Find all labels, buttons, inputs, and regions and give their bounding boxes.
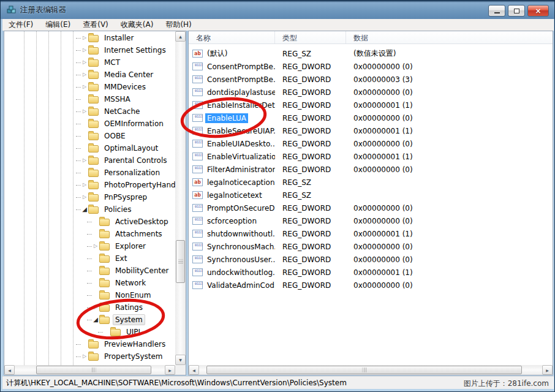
tree-item-label[interactable]: MobilityCenter [113, 265, 172, 276]
tree-vscroll-thumb[interactable] [176, 240, 185, 283]
registry-value-row-PromptOnSecureD...[interactable]: 011110 PromptOnSecureD... REG_DWORD 0x00… [189, 202, 553, 214]
registry-value-row-SynchronousMach...[interactable]: 011110 SynchronousMach... REG_DWORD 0x00… [189, 240, 553, 253]
tree-item-label[interactable]: MCT [102, 57, 123, 68]
expand-icon[interactable]: ▷ [81, 108, 88, 115]
registry-value-row-EnableVirtualization[interactable]: 011110 EnableVirtualization REG_DWORD 0x… [189, 150, 553, 163]
tree-item-OOBE[interactable]: OOBE [4, 130, 175, 142]
value-name-cell[interactable]: ab (默认) [189, 48, 275, 59]
tree-item-PreviewHandlers[interactable]: PreviewHandlers [4, 338, 175, 350]
value-name-cell[interactable]: 011110 undockwithoutlog... [189, 268, 275, 277]
tree-item-label[interactable]: NetCache [102, 106, 142, 117]
expand-icon[interactable]: ▷ [81, 59, 88, 66]
registry-value-row-FilterAdministrator...[interactable]: 011110 FilterAdministrator... REG_DWORD … [189, 163, 553, 176]
tree-item-label[interactable]: OOBE [102, 130, 128, 141]
tree-item-label[interactable]: System [113, 314, 145, 325]
value-name-cell[interactable]: 011110 EnableLUA [189, 113, 275, 123]
close-button[interactable]: × [527, 5, 549, 17]
tree-item-Parental Controls[interactable]: ▷ Parental Controls [4, 154, 175, 167]
tree-item-NonEnum[interactable]: NonEnum [4, 289, 175, 301]
expand-icon[interactable]: ▷ [81, 353, 88, 360]
registry-value-row-ConsentPromptBe...[interactable]: 011110 ConsentPromptBe... REG_DWORD 0x00… [189, 60, 553, 73]
tree-item-label[interactable]: Internet Settings [102, 45, 168, 56]
menu-item-2[interactable]: 查看(V) [77, 19, 115, 31]
value-name[interactable]: EnableLUA [205, 113, 248, 123]
tree-item-Ratings[interactable]: ▷ Ratings [4, 301, 175, 314]
tree-item-label[interactable]: Ext [113, 253, 129, 264]
tree-item-Media Center[interactable]: ▷ Media Center [4, 69, 175, 81]
value-name[interactable]: PromptOnSecureD... [205, 203, 275, 213]
tree-item-label[interactable]: ActiveDesktop [113, 216, 171, 227]
column-header-name[interactable]: 名称 [189, 31, 275, 43]
value-name-cell[interactable]: 011110 ConsentPromptBe... [189, 75, 275, 85]
value-name[interactable]: legalnoticecaption [205, 178, 275, 187]
tree-item-label[interactable]: NonEnum [113, 290, 153, 301]
maximize-button[interactable] [508, 5, 525, 17]
value-name[interactable]: ValidateAdminCod... [205, 281, 275, 290]
value-name[interactable]: FilterAdministrator... [205, 165, 275, 175]
value-name[interactable]: SynchronousUser... [205, 255, 275, 265]
scroll-down-button[interactable]: ▼ [175, 355, 186, 365]
tree-item-Network[interactable]: Network [4, 277, 175, 289]
scroll-left-button[interactable]: ◀ [189, 365, 199, 375]
tree-item-label[interactable]: Attachments [113, 228, 165, 239]
title-bar[interactable]: 注册表编辑器 × [1, 1, 554, 19]
expand-icon[interactable]: ◢ [81, 206, 88, 213]
registry-value-row-ValidateAdminCod...[interactable]: 011110 ValidateAdminCod... REG_DWORD 0x0… [189, 279, 553, 292]
tree-horizontal-scrollbar[interactable]: ◀ ▶ [4, 365, 175, 375]
column-header-data[interactable]: 数据 [346, 31, 553, 43]
value-name-cell[interactable]: 011110 dontdisplaylastuse... [189, 88, 275, 97]
tree-item-Policies[interactable]: ◢ Policies [4, 203, 175, 216]
registry-value-row-EnableInstallerDet...[interactable]: 011110 EnableInstallerDet... REG_DWORD 0… [189, 99, 553, 111]
menu-item-4[interactable]: 帮助(H) [159, 19, 197, 31]
registry-value-row-SynchronousUser...[interactable]: 011110 SynchronousUser... REG_DWORD 0x00… [189, 253, 553, 266]
scroll-right-button[interactable]: ▶ [542, 365, 553, 375]
tree-item-label[interactable]: Media Center [102, 69, 156, 80]
value-name-cell[interactable]: 011110 EnableInstallerDet... [189, 100, 275, 110]
expand-icon[interactable]: ◢ [92, 316, 99, 323]
value-name[interactable]: EnableSecureUIAP... [205, 126, 275, 136]
registry-value-row-EnableUIADeskto...[interactable]: 011110 EnableUIADeskto... REG_DWORD 0x00… [189, 137, 553, 150]
tree-item-MMDevices[interactable]: ▷ MMDevices [4, 81, 175, 93]
tree-item-label[interactable]: OEMInformation [102, 118, 166, 129]
value-name-cell[interactable]: 011110 ConsentPromptBe... [189, 62, 275, 72]
registry-value-row-undockwithoutlog...[interactable]: 011110 undockwithoutlog... REG_DWORD 0x0… [189, 266, 553, 279]
value-name[interactable]: EnableInstallerDet... [205, 100, 275, 110]
value-name[interactable]: EnableVirtualization [205, 152, 275, 162]
registry-value-row-ConsentPromptBe...[interactable]: 011110 ConsentPromptBe... REG_DWORD 0x00… [189, 73, 553, 86]
value-name[interactable]: ConsentPromptBe... [205, 62, 275, 72]
tree-item-label[interactable]: MMDevices [102, 81, 148, 92]
expand-icon[interactable]: ▷ [92, 304, 99, 311]
tree-item-label[interactable]: PropertySystem [102, 351, 165, 362]
tree-item-Installer[interactable]: ▷ Installer [4, 32, 175, 44]
value-name[interactable]: undockwithoutlog... [205, 268, 275, 277]
value-name-cell[interactable]: 011110 SynchronousUser... [189, 255, 275, 265]
registry-value-row-EnableLUA[interactable]: 011110 EnableLUA REG_DWORD 0x00000000 (0… [189, 111, 553, 124]
tree-vertical-scrollbar[interactable]: ▲ ▼ [175, 31, 186, 365]
tree-item-Explorer[interactable]: ▷ Explorer [4, 240, 175, 252]
value-name[interactable]: SynchronousMach... [205, 242, 275, 252]
tree-item-label[interactable]: Network [113, 277, 148, 288]
tree-item-MSSHA[interactable]: MSSHA [4, 93, 175, 105]
tree-item-ActiveDesktop[interactable]: ActiveDesktop [4, 216, 175, 228]
menu-item-3[interactable]: 收藏夹(A) [115, 19, 160, 31]
tree-item-Ext[interactable]: Ext [4, 252, 175, 265]
tree-item-label[interactable]: OptimalLayout [102, 143, 160, 154]
value-name[interactable]: EnableUIADeskto... [205, 139, 275, 149]
value-name-cell[interactable]: 011110 FilterAdministrator... [189, 165, 275, 175]
tree-item-Internet Settings[interactable]: ▷ Internet Settings [4, 44, 175, 56]
tree-item-label[interactable]: PhotoPropertyHand [102, 179, 175, 190]
tree-item-OptimalLayout[interactable]: OptimalLayout [4, 142, 175, 154]
tree-item-MobilityCenter[interactable]: MobilityCenter [4, 265, 175, 277]
tree-item-OEMInformation[interactable]: OEMInformation [4, 118, 175, 130]
registry-value-row-EnableSecureUIAP...[interactable]: 011110 EnableSecureUIAP... REG_DWORD 0x0… [189, 124, 553, 137]
expand-icon[interactable]: ▷ [81, 47, 88, 54]
tree-item-Attachments[interactable]: Attachments [4, 228, 175, 240]
registry-value-row-(默认)[interactable]: ab (默认) REG_SZ (数值未设置) [189, 47, 553, 60]
expand-icon[interactable]: ▷ [92, 243, 99, 250]
minimize-button[interactable] [488, 5, 505, 17]
value-name-cell[interactable]: 011110 EnableSecureUIAP... [189, 126, 275, 136]
list-horizontal-scrollbar[interactable]: ◀ ▶ [189, 365, 553, 375]
value-name-cell[interactable]: 011110 scforceoption [189, 216, 275, 226]
menu-item-0[interactable]: 文件(F) [2, 19, 39, 31]
tree-item-MCT[interactable]: ▷ MCT [4, 56, 175, 69]
